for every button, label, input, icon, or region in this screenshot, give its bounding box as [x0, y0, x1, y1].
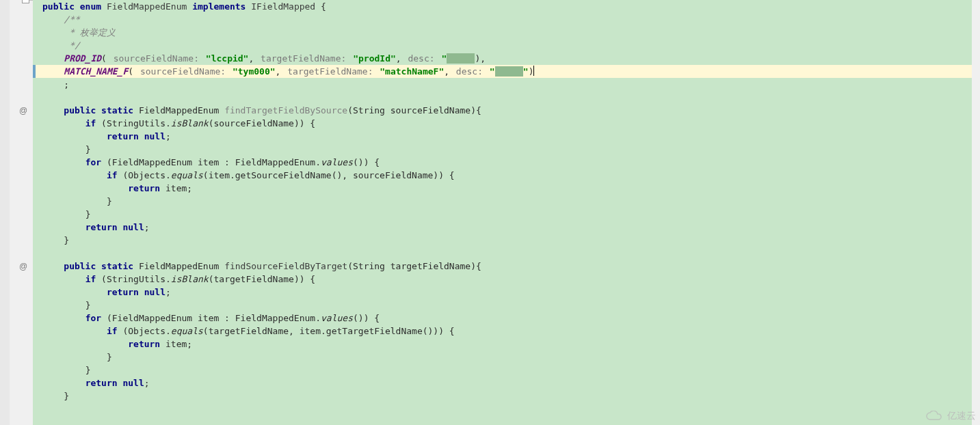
code-line[interactable]: } [33, 208, 980, 221]
code-line[interactable]: return null; [33, 286, 980, 299]
code-line[interactable]: if (StringUtils.isBlank(targetFieldName)… [33, 273, 980, 286]
error-stripe[interactable] [972, 0, 980, 425]
text-caret [533, 66, 534, 76]
code-line-blank[interactable] [33, 247, 980, 260]
code-line[interactable]: } [33, 195, 980, 208]
gutter-icon-column: − @ @ [0, 0, 33, 425]
code-line[interactable]: } [33, 364, 980, 376]
code-line[interactable]: } [33, 143, 980, 156]
watermark: 亿速云 [925, 410, 976, 422]
code-line[interactable]: return null; [33, 130, 980, 143]
code-line[interactable]: if (StringUtils.isBlank(sourceFieldName)… [33, 117, 980, 130]
code-line[interactable]: return null; [33, 221, 980, 234]
gutter: − @ @ [0, 0, 33, 425]
fold-toggle-icon[interactable]: − [22, 0, 29, 3]
code-line[interactable]: */ [33, 39, 980, 52]
gutter-override-icon[interactable]: @ [19, 106, 27, 115]
code-line[interactable]: return item; [33, 338, 980, 351]
code-line[interactable]: public static FieldMappedEnum findTarget… [33, 104, 980, 117]
code-line[interactable]: for (FieldMappedEnum item : FieldMappedE… [33, 312, 980, 325]
code-line[interactable]: } [33, 351, 980, 364]
code-line[interactable]: } [33, 299, 980, 312]
code-line[interactable]: } [33, 234, 980, 247]
code-line[interactable]: /** [33, 13, 980, 26]
code-line[interactable]: public static FieldMappedEnum findSource… [33, 260, 980, 273]
code-line[interactable]: for (FieldMappedEnum item : FieldMappedE… [33, 156, 980, 169]
editor-viewport: − @ @ public enum FieldMappedE [0, 0, 980, 425]
code-line[interactable]: public enum FieldMappedEnum implements I… [33, 0, 980, 13]
code-line[interactable]: if (Objects.equals(targetFieldName, item… [33, 325, 980, 338]
redacted-text [495, 66, 523, 77]
code-line[interactable]: return item; [33, 182, 980, 195]
code-line-blank[interactable] [33, 91, 980, 104]
code-line[interactable]: if (Objects.equals(item.getSourceFieldNa… [33, 169, 980, 182]
code-line[interactable]: PROD_ID( sourceFieldName: "lccpid", targ… [33, 52, 980, 65]
code-line[interactable]: return null; [33, 376, 980, 389]
watermark-text: 亿速云 [947, 410, 976, 422]
gutter-override-icon[interactable]: @ [19, 262, 27, 271]
code-line[interactable]: } [33, 389, 980, 402]
code-line-current[interactable]: MATCH_NAME_F( sourceFieldName: "tym000",… [33, 65, 980, 78]
code-editor[interactable]: public enum FieldMappedEnum implements I… [33, 0, 980, 425]
code-lines: public enum FieldMappedEnum implements I… [33, 0, 980, 402]
code-line[interactable]: ; [33, 78, 980, 91]
redacted-text [447, 53, 475, 64]
code-line[interactable]: * 枚举定义 [33, 26, 980, 39]
cloud-icon [925, 411, 944, 422]
